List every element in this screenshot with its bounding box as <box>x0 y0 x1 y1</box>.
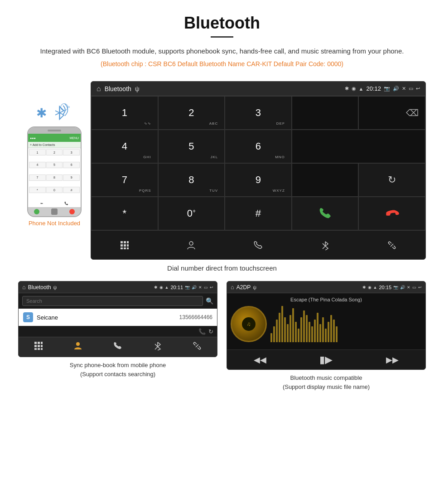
dial-key-0[interactable]: 0+ <box>158 197 225 230</box>
page-header: Bluetooth Integrated with BC6 Bluetooth … <box>0 0 444 81</box>
phone-key-2: 2 <box>46 149 63 155</box>
dial-key-8[interactable]: 8 TUV <box>158 163 225 197</box>
dial-key-2[interactable]: 2 ABC <box>158 96 225 130</box>
phone-back-label: ⬅ <box>40 202 43 205</box>
page-specs: (Bluetooth chip : CSR BC6 Default Blueto… <box>27 60 417 68</box>
music-back-icon[interactable]: ↩ <box>418 285 422 290</box>
dial-key-7[interactable]: 7 PQRS <box>91 163 158 197</box>
phone-bottom-bar <box>28 207 81 216</box>
dial-key-4[interactable]: 4 GHI <box>91 130 158 163</box>
vis-bar <box>292 308 294 342</box>
dial-key-hash[interactable]: # <box>225 197 292 230</box>
music-caption-line1: Bluetooth music compatible <box>290 374 362 381</box>
window-icon: ▭ <box>409 86 413 92</box>
dial-4-sub: GHI <box>143 155 151 159</box>
dial-redial[interactable]: ↻ <box>358 163 425 197</box>
vis-bar <box>330 315 332 342</box>
dial-key-6[interactable]: 6 MNO <box>225 130 292 163</box>
dial-key-star[interactable]: * <box>91 197 158 230</box>
dial-6-label: 6 <box>256 141 261 152</box>
pb-bt-icon: ✱ <box>154 285 158 290</box>
dial-1-sub: ∿∿ <box>144 121 151 126</box>
phone-end-btn <box>69 209 75 214</box>
dial-display-area <box>292 96 359 130</box>
pb-home-icon[interactable]: ⌂ <box>22 284 26 291</box>
dial-key-3[interactable]: 3 DEF <box>225 96 292 130</box>
link-icon <box>387 240 397 250</box>
phonebook-entry[interactable]: S Seicane 13566664466 <box>19 309 217 326</box>
music-next-icon[interactable]: ▶▶ <box>386 355 399 365</box>
vis-bar <box>287 324 289 342</box>
dial-9-sub: WXYZ <box>273 189 285 193</box>
dial-8-sub: TUV <box>209 189 218 193</box>
phone-key-7: 7 <box>29 174 46 181</box>
phone-speaker <box>48 130 61 131</box>
music-home-icon[interactable]: ⌂ <box>231 284 234 291</box>
dial-8-label: 8 <box>188 174 194 186</box>
svg-rect-3 <box>127 241 129 243</box>
pb-win-icon: ▭ <box>204 285 208 290</box>
svg-rect-7 <box>121 247 123 249</box>
dial-5-label: 5 <box>188 141 194 152</box>
svg-point-22 <box>76 342 80 346</box>
phone-call-btn <box>34 209 39 214</box>
pb-link-bottom-icon[interactable] <box>193 341 202 353</box>
dial-phone-icon[interactable] <box>248 235 268 255</box>
svg-line-24 <box>155 347 158 349</box>
music-loc-icon: ◉ <box>368 285 372 290</box>
phonebook-bottom-bar <box>19 337 217 357</box>
dial-bluetooth-icon[interactable] <box>315 235 335 255</box>
vis-bar <box>276 320 278 342</box>
status-right: ✱ ◉ ▲ 20:12 📷 🔊 ✕ ▭ ↩ <box>345 85 420 92</box>
dial-1-label: 1 <box>122 107 127 119</box>
music-win-icon: ▭ <box>412 285 416 290</box>
pb-back-icon[interactable]: ↩ <box>210 285 213 290</box>
svg-rect-9 <box>127 247 129 249</box>
contact-name: Seicane <box>37 314 179 321</box>
dial-9-label: 9 <box>256 174 261 186</box>
pb-phone-bottom-icon[interactable] <box>113 341 122 353</box>
music-prev-icon[interactable]: ◀◀ <box>254 355 266 365</box>
dial-contacts-icon[interactable] <box>181 235 201 255</box>
svg-point-10 <box>189 242 193 245</box>
dial-link-icon[interactable] <box>382 235 402 255</box>
pb-loc-icon: ◉ <box>159 285 163 290</box>
svg-rect-2 <box>124 241 126 243</box>
svg-rect-6 <box>127 244 129 247</box>
dial-key-1[interactable]: 1 ∿∿ <box>91 96 158 130</box>
vis-bar <box>311 326 313 342</box>
dial-4-label: 4 <box>122 141 127 152</box>
dial-call-green[interactable] <box>292 197 359 230</box>
phone-not-included-label: Phone Not Included <box>29 220 80 227</box>
call-green-icon <box>318 206 333 221</box>
pb-cam-icon: 📷 <box>185 285 190 290</box>
pb-grid-icon[interactable] <box>34 341 43 353</box>
home-icon[interactable]: ⌂ <box>97 85 101 93</box>
dial-call-red[interactable] <box>358 197 425 230</box>
phone-status-bar: ●●● MENU <box>28 134 81 142</box>
search-icon[interactable]: 🔍 <box>206 297 213 305</box>
svg-rect-1 <box>121 241 123 243</box>
dial-grid-icon[interactable] <box>115 235 135 255</box>
dial-3-label: 3 <box>256 107 261 119</box>
phone-key-hash: # <box>63 187 80 193</box>
dial-hash-label: # <box>256 208 261 219</box>
music-play-pause-icon[interactable]: ▮▶ <box>319 354 333 366</box>
pb-call-icon[interactable]: 📞 <box>198 328 206 335</box>
dial-key-5[interactable]: 5 JKL <box>158 130 225 163</box>
redial-icon: ↻ <box>388 174 396 186</box>
pb-person-icon[interactable] <box>73 341 82 353</box>
back-icon[interactable]: ↩ <box>416 86 420 92</box>
music-note-icon: ♫ <box>247 321 251 327</box>
backspace-icon: ⌫ <box>406 107 419 118</box>
signal-icon: ▲ <box>359 86 364 92</box>
pb-refresh-icon[interactable]: ↻ <box>208 328 213 335</box>
phonebook-search-input[interactable] <box>22 296 203 306</box>
vis-bar <box>303 310 305 342</box>
phone-home-btn <box>51 208 58 215</box>
pb-bt-bottom-icon[interactable] <box>153 341 162 353</box>
phonebook-screen: ⌂ Bluetooth ψ ✱ ◉ ▲ 20:11 📷 🔊 ✕ ▭ ↩ <box>18 281 217 357</box>
dial-key-9[interactable]: 9 WXYZ <box>225 163 292 197</box>
dial-backspace[interactable]: ⌫ <box>358 96 425 130</box>
vis-bar <box>314 320 316 342</box>
